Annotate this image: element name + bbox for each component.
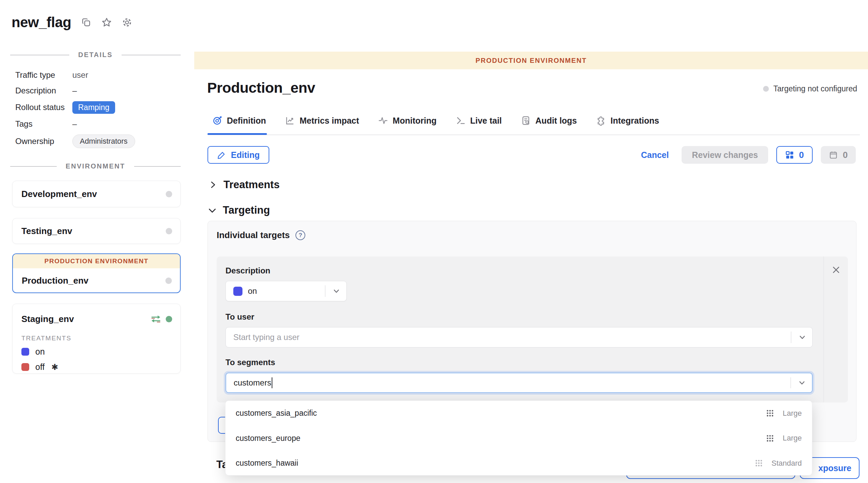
description-label: Description [225,266,848,275]
close-icon[interactable] [831,265,840,274]
calendar-icon [829,150,838,159]
tab-label: Monitoring [393,116,436,126]
segment-size-label: Large [783,434,802,443]
copy-icon[interactable] [81,17,92,28]
to-segments-input[interactable]: customers [225,373,813,393]
tab-label: Metrics impact [300,116,359,126]
tab-divider [207,135,860,135]
detail-label: Ownership [15,132,72,151]
segment-option-asia-pacific[interactable]: customers_asia_pacific Large [225,401,812,426]
select-divider [325,285,326,297]
terminal-icon [455,115,466,126]
targeting-section-toggle[interactable]: Targeting [207,204,270,216]
segment-option-europe[interactable]: customers_europe Large [225,426,812,451]
details-header: DETAILS [78,51,113,59]
treatment-name: on [35,347,45,357]
to-segments-label: To segments [225,358,848,367]
tab-label: Integrations [611,116,659,126]
env-name: Development_env [21,189,97,199]
treatments-section-toggle[interactable]: Treatments [209,179,279,191]
detail-value-rollout-status: Ramping [72,99,181,116]
detail-value-ownership: Administrators [72,132,181,151]
env-card-testing[interactable]: Testing_env [12,218,181,244]
details-separator: DETAILS [10,51,181,59]
treatment-row-off: off ✱ [21,362,180,372]
to-user-placeholder: Start typing a user [233,333,300,342]
env-status-dot [165,278,172,284]
treatment-select[interactable]: on [225,281,347,301]
individual-targets-row: Individual targets ? [217,230,305,240]
treatment-row-on: on [21,347,180,357]
treatment-name: off [35,362,44,372]
star-icon[interactable] [101,17,112,28]
environment-separator: ENVIRONMENT [10,162,181,170]
treatment-color-swatch [21,348,29,356]
chevron-down-icon [798,333,807,342]
to-user-input[interactable]: Start typing a user [225,327,813,347]
tab-live-tail[interactable]: Live tail [455,115,502,126]
segment-size-label: Standard [772,459,802,468]
tab-integrations[interactable]: Integrations [596,115,659,126]
treatment-select-value: on [248,286,257,296]
individual-targets-label: Individual targets [217,230,290,240]
tab-metrics-impact[interactable]: Metrics impact [285,115,359,126]
detail-value-tags: – [72,116,181,132]
environment-header: ENVIRONMENT [66,162,125,170]
segment-dropdown: customers_asia_pacific Large customers_e… [225,400,812,476]
help-icon[interactable]: ? [295,230,305,240]
tab-definition[interactable]: Definition [212,115,266,126]
flag-name: new_flag [12,14,71,31]
page-title: Production_env [207,79,315,96]
target-card-close-column [824,256,848,402]
changes-count-button[interactable]: 0 [776,146,813,164]
treatment-color-swatch [21,363,29,371]
env-card-production[interactable]: PRODUCTION ENVIRONMENT Production_env [12,253,181,293]
chevron-down-icon [798,379,806,387]
detail-label: Rollout status [15,99,72,116]
tab-audit-logs[interactable]: Audit logs [521,115,577,126]
text-caret [272,377,272,388]
production-environment-banner: PRODUCTION ENVIRONMENT [194,52,868,69]
default-treatment-marker: ✱ [51,362,58,372]
segment-size-label: Large [783,409,802,418]
env-status-dot-active [166,316,172,322]
rollout-status-badge: Ramping [72,101,115,114]
env-name: Testing_env [21,226,72,236]
editing-button[interactable]: Editing [207,146,269,164]
section-title: Targeting [223,204,270,216]
feature-flag-page: new_flag DETAILS Traffic type user Descr… [0,0,868,483]
segment-name: customers_europe [236,434,301,443]
detail-value-description: – [72,83,181,99]
chevron-right-icon [209,181,217,189]
status-dot-icon [763,86,769,92]
detail-label: Tags [15,116,72,132]
tab-monitoring[interactable]: Monitoring [378,115,436,126]
review-changes-button[interactable]: Review changes [682,146,768,164]
treatments-header: TREATMENTS [21,335,180,342]
env-card-development[interactable]: Development_env [12,181,181,207]
ownership-pill[interactable]: Administrators [72,135,135,148]
large-segment-icon [766,409,774,417]
pencil-icon [217,150,226,160]
status-text: Targeting not configured [773,84,857,93]
env-name: Production_env [22,275,88,286]
detail-value-traffic-type: user [72,67,181,83]
env-status-dot [166,191,172,197]
details-panel: Traffic type user Description – Rollout … [15,67,181,151]
cancel-button[interactable]: Cancel [641,150,669,160]
env-card-staging[interactable]: Staging_env TREATMENTS on off ✱ [12,304,181,374]
toolbar-right: Cancel Review changes 0 0 [641,146,856,164]
tab-label: Audit logs [536,116,577,126]
env-name: Staging_env [21,314,74,324]
flag-header: new_flag [12,14,132,31]
production-env-banner: PRODUCTION ENVIRONMENT [13,254,180,268]
tab-label: Definition [227,116,266,126]
gear-icon[interactable] [122,17,132,28]
scheduled-count-button[interactable]: 0 [821,146,856,164]
select-divider [791,332,792,343]
chart-icon [285,115,295,126]
large-segment-icon [766,434,774,443]
segment-option-hawaii[interactable]: customers_hawaii Standard [225,451,812,476]
target-icon [212,115,222,126]
env-status-dot [166,228,172,234]
